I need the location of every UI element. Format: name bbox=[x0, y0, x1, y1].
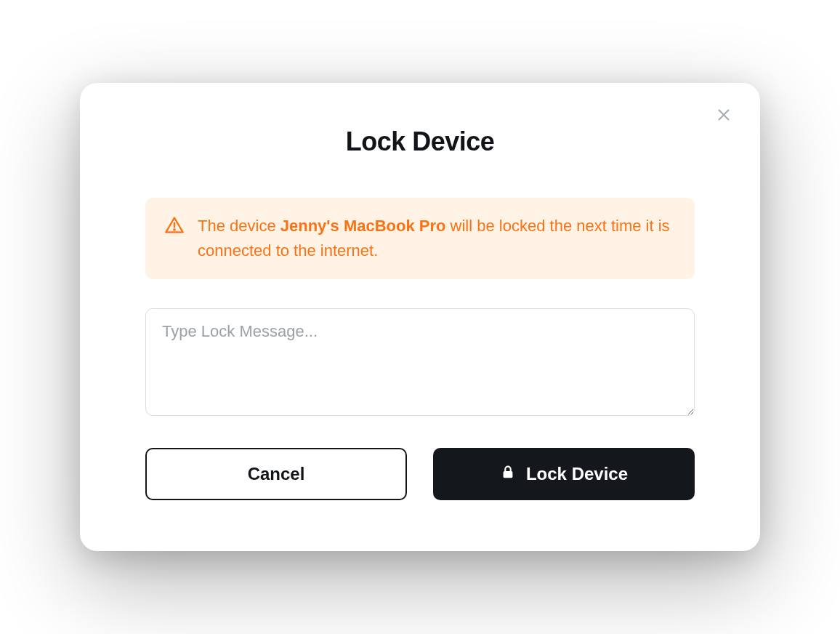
close-button[interactable] bbox=[711, 103, 737, 129]
close-icon bbox=[716, 107, 732, 125]
device-name: Jenny's MacBook Pro bbox=[280, 217, 446, 235]
lock-icon bbox=[500, 463, 516, 485]
svg-point-3 bbox=[174, 229, 174, 230]
lock-device-modal: Lock Device The device Jenny's MacBook P… bbox=[80, 83, 760, 551]
warning-text-prefix: The device bbox=[198, 217, 280, 235]
warning-alert: The device Jenny's MacBook Pro will be l… bbox=[145, 198, 695, 279]
cancel-button[interactable]: Cancel bbox=[145, 448, 407, 500]
lock-device-button-label: Lock Device bbox=[526, 464, 628, 484]
button-row: Cancel Lock Device bbox=[145, 448, 695, 500]
warning-icon bbox=[164, 215, 185, 236]
svg-rect-4 bbox=[504, 471, 513, 478]
lock-message-input[interactable] bbox=[145, 308, 695, 416]
cancel-button-label: Cancel bbox=[248, 464, 305, 484]
warning-alert-text: The device Jenny's MacBook Pro will be l… bbox=[198, 214, 676, 263]
modal-title: Lock Device bbox=[145, 127, 695, 157]
lock-device-button[interactable]: Lock Device bbox=[433, 448, 695, 500]
